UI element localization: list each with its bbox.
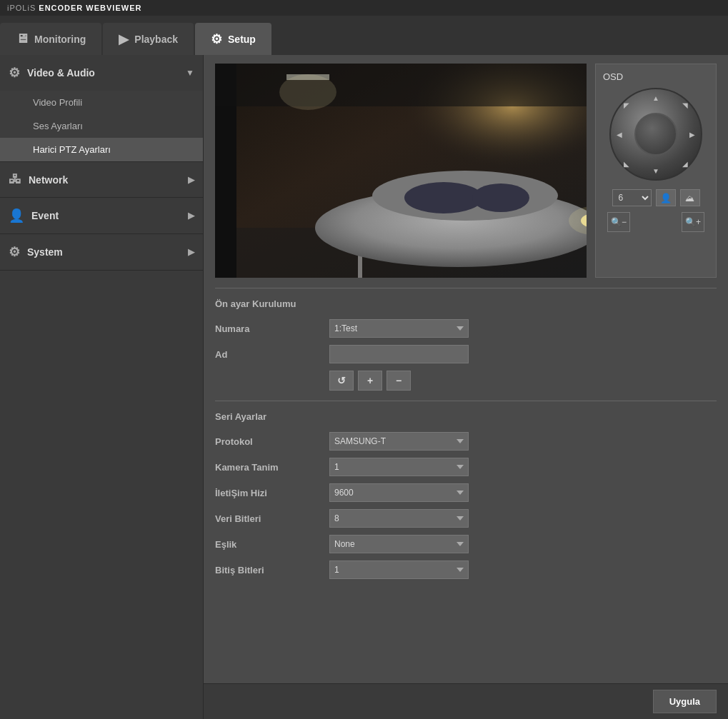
chevron-right-icon-event: ▶ [188,211,194,221]
eslik-label: Eşlik [215,539,329,550]
sidebar-section-event: 👤 Event ▶ [0,198,203,234]
monitoring-icon: 🖥 [16,31,29,46]
sidebar-section-label-system: System [27,246,63,258]
divider-1 [215,288,717,288]
osd-arrow-up[interactable]: ▲ [649,91,663,105]
osd-controls-row: 6 123 45 👤 ⛰ [603,189,709,206]
sidebar-section-label-network: Network [29,174,68,186]
tab-playback-label: Playback [134,34,178,45]
osd-preset-dropdown[interactable]: 6 123 45 [612,189,652,206]
osd-zoom-row: 🔍− 🔍+ [603,212,709,232]
svg-rect-12 [215,64,587,106]
video-audio-icon: ⚙ [9,65,20,81]
form-row-eslik: Eşlik NoneEvenOdd [215,535,717,553]
tab-playback[interactable]: ▶ Playback [103,23,194,55]
system-icon: ⚙ [9,244,20,260]
event-icon: 👤 [9,208,24,223]
protokol-label: Protokol [215,436,329,447]
form-row-protokol: Protokol SAMSUNG-TPELCO-DPELCO-P [215,432,717,451]
veri-bitleri-select[interactable]: 8765 [329,509,469,528]
iletisim-hizi-select[interactable]: 9600192003840057600115200 [329,483,469,502]
osd-panel: OSD ▲ ▼ ◀ ▶ ◤ ◥ ◣ ◢ [595,64,717,278]
sidebar: ⚙ Video & Audio ▼ Video Profili Ses Ayar… [0,55,204,719]
form-row-veri-bitleri: Veri Bitleri 8765 [215,509,717,528]
form-row-iletisim-hizi: İletiŞim Hizi 9600192003840057600115200 [215,483,717,502]
app-title: iPOLiS ENCODER WEBVIEWER [7,4,141,12]
osd-zoom-in-btn[interactable]: 🔍+ [682,212,704,232]
content-area: OSD ▲ ▼ ◀ ▶ ◤ ◥ ◣ ◢ [204,55,728,719]
apply-bar: Uygula [204,683,728,719]
sidebar-item-ses-ayarlari[interactable]: Ses Ayarları [0,114,203,138]
osd-person-btn[interactable]: 👤 [656,189,676,206]
sidebar-item-label-harici-ptz: Harici PTZ Ayarları [33,144,111,155]
sidebar-section-header-network[interactable]: 🖧 Network ▶ [0,162,203,197]
sidebar-section-label-event: Event [31,210,59,221]
svg-point-7 [404,182,483,213]
form-row-ad: Ad [215,345,717,363]
chevron-down-icon: ▼ [186,68,194,78]
sidebar-section-video-audio: ⚙ Video & Audio ▼ Video Profili Ses Ayar… [0,55,203,162]
nav-tabs: 🖥 Monitoring ▶ Playback ⚙ Setup [0,16,728,55]
bitis-bitleri-select[interactable]: 12 [329,560,469,579]
preset-buttons-row: ↺ + − [329,371,717,391]
apply-button[interactable]: Uygula [653,690,717,713]
sidebar-section-network: 🖧 Network ▶ [0,162,203,198]
preset-add-btn[interactable]: + [358,371,382,391]
osd-arrow-right[interactable]: ▶ [685,127,699,141]
osd-arrow-left[interactable]: ◀ [612,127,627,141]
eslik-select[interactable]: NoneEvenOdd [329,535,469,553]
sidebar-section-system: ⚙ System ▶ [0,234,203,271]
osd-label: OSD [603,71,623,82]
preset-remove-btn[interactable]: − [387,371,411,391]
camera-feed [215,64,587,278]
form-row-numara: Numara 1:Test 23 [215,319,717,338]
tab-setup[interactable]: ⚙ Setup [195,23,271,55]
camera-image [215,64,587,278]
preset-reset-btn[interactable]: ↺ [329,371,354,391]
ad-input[interactable] [329,345,469,363]
protokol-select[interactable]: SAMSUNG-TPELCO-DPELCO-P [329,432,469,451]
divider-2 [215,401,717,401]
sidebar-section-header-system[interactable]: ⚙ System ▶ [0,234,203,270]
seri-section-title: Seri Ayarlar [215,411,717,422]
setup-icon: ⚙ [211,31,222,47]
veri-bitleri-label: Veri Bitleri [215,513,329,524]
chevron-right-icon-network: ▶ [188,175,194,185]
bitis-bitleri-label: Bitiş Bitleri [215,565,329,575]
numara-label: Numara [215,323,329,334]
playback-icon: ▶ [119,31,129,47]
osd-center[interactable] [634,113,677,156]
sidebar-item-harici-ptz[interactable]: Harici PTZ Ayarları [0,138,203,161]
sidebar-section-header-event[interactable]: 👤 Event ▶ [0,198,203,233]
iletisim-hizi-label: İletiŞim Hizi [215,488,329,498]
preset-section-title: Ön ayar Kurulumu [215,298,717,309]
sidebar-section-header-video-audio[interactable]: ⚙ Video & Audio ▼ [0,55,203,91]
osd-ring: ▲ ▼ ◀ ▶ ◤ ◥ ◣ ◢ [609,88,702,181]
form-row-kamera-tanim: Kamera Tanim 1234 [215,458,717,476]
osd-arrow-top-right[interactable]: ◥ [678,98,692,112]
osd-arrow-down[interactable]: ▼ [649,164,663,178]
sidebar-item-video-profili[interactable]: Video Profili [0,91,203,114]
sidebar-item-label-video-profili: Video Profili [33,97,82,108]
main-layout: ⚙ Video & Audio ▼ Video Profili Ses Ayar… [0,55,728,719]
osd-arrow-bottom-right[interactable]: ◢ [678,156,692,171]
form-row-bitis-bitleri: Bitiş Bitleri 12 [215,560,717,579]
tab-monitoring[interactable]: 🖥 Monitoring [0,23,101,55]
network-icon: 🖧 [9,172,21,187]
osd-mountain-btn[interactable]: ⛰ [680,189,700,206]
sidebar-section-label-video-audio: Video & Audio [27,67,95,79]
osd-zoom-out-btn[interactable]: 🔍− [607,212,630,232]
osd-joystick: ▲ ▼ ◀ ▶ ◤ ◥ ◣ ◢ [609,88,702,181]
seri-section: Seri Ayarlar Protokol SAMSUNG-TPELCO-DPE… [215,411,717,579]
numara-select[interactable]: 1:Test 23 [329,319,469,338]
osd-arrow-bottom-left[interactable]: ◣ [619,156,634,171]
osd-arrow-top-left[interactable]: ◤ [619,98,634,112]
sidebar-item-label-ses-ayarlari: Ses Ayarları [33,121,83,131]
kamera-tanim-label: Kamera Tanim [215,462,329,473]
top-bar: iPOLiS ENCODER WEBVIEWER [0,0,728,16]
kamera-tanim-select[interactable]: 1234 [329,458,469,476]
svg-point-8 [472,183,529,212]
tab-setup-label: Setup [228,34,256,45]
preset-section: Ön ayar Kurulumu Numara 1:Test 23 Ad ↺ +… [215,298,717,391]
ad-label: Ad [215,349,329,360]
